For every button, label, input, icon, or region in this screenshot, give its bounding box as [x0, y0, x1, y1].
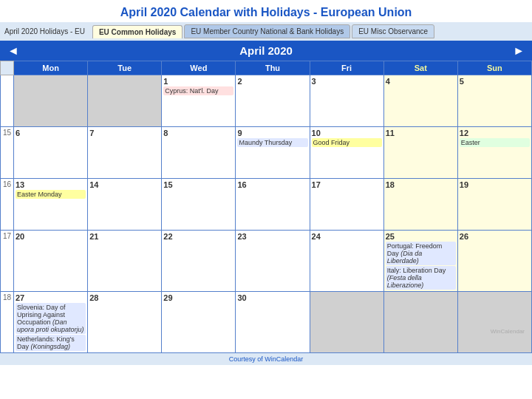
day-number: 11: [386, 129, 456, 137]
day-number: 24: [312, 232, 382, 241]
calendar-wrapper: Mon Tue Wed Thu Fri Sat Sun 1Cyprus: Nat…: [0, 61, 532, 353]
calendar-cell: 15: [162, 179, 236, 231]
day-number: 23: [237, 232, 307, 241]
calendar-cell: 29: [162, 292, 236, 353]
week-num-4: 18: [1, 292, 14, 353]
calendar-table: Mon Tue Wed Thu Fri Sat Sun 1Cyprus: Nat…: [0, 61, 532, 353]
calendar-cell: 14: [88, 179, 162, 231]
holiday-label: Maundy Thursday: [237, 138, 307, 147]
day-number: 9: [237, 129, 307, 137]
day-number: 21: [89, 232, 160, 241]
day-number: 17: [312, 180, 382, 189]
day-number: 8: [163, 129, 233, 137]
header-sat: Sat: [383, 61, 457, 75]
day-number: 16: [237, 180, 307, 189]
calendar-cell: 12Easter: [457, 127, 531, 179]
header-tue: Tue: [88, 61, 162, 75]
header-sun: Sun: [457, 61, 531, 75]
calendar-cell: 8: [162, 127, 236, 179]
calendar-cell: 25Portugal: Freedom Day (Dia da Liberdad…: [383, 231, 457, 292]
calendar-cell: 3: [310, 75, 383, 127]
day-number: 14: [89, 180, 160, 189]
calendar-cell: 19: [457, 179, 531, 231]
calendar-cell: 11: [383, 127, 457, 179]
calendar-cell: 17: [310, 179, 383, 231]
calendar-cell: 10Good Friday: [310, 127, 383, 179]
day-number: 10: [312, 129, 382, 137]
tab-eu-common[interactable]: EU Common Holidays: [92, 25, 183, 38]
footer-bar: Courtesy of WinCalendar: [0, 353, 532, 365]
day-number: 27: [16, 293, 86, 302]
page-title: April 2020 Calendar with Holidays - Euro…: [0, 0, 532, 22]
calendar-cell: 24: [310, 231, 383, 292]
week-num-1: 15: [1, 127, 14, 179]
tab-eu-national[interactable]: EU Member Country National & Bank Holida…: [184, 24, 350, 38]
tab-eu-misc[interactable]: EU Misc Observance: [352, 24, 434, 38]
day-number: 7: [89, 129, 160, 137]
holiday-label: Cyprus: Nat'l. Day: [163, 86, 233, 95]
holiday-label: Easter: [460, 138, 530, 147]
tabs-label: April 2020 Holidays - EU: [4, 27, 85, 35]
calendar-cell: [88, 75, 162, 127]
holiday-label: Good Friday: [312, 138, 382, 147]
day-number: 30: [237, 293, 307, 302]
day-number: 3: [312, 77, 382, 86]
day-number: 26: [460, 232, 530, 241]
holiday-label: Netherlands: King's Day (Koningsdag): [16, 335, 86, 351]
header-thu: Thu: [236, 61, 310, 75]
calendar-cell: 16: [236, 179, 310, 231]
header-fri: Fri: [310, 61, 383, 75]
calendar-cell: 6: [14, 127, 88, 179]
calendar-cell: [383, 292, 457, 353]
calendar-cell: 9Maundy Thursday: [236, 127, 310, 179]
day-number: 22: [163, 232, 233, 241]
day-number: 5: [460, 77, 530, 86]
day-number: 4: [386, 77, 456, 86]
next-month-button[interactable]: ►: [513, 44, 525, 58]
calendar-cell: 5: [457, 75, 531, 127]
day-number: 15: [163, 180, 233, 189]
calendar-cell: 2: [236, 75, 310, 127]
calendar-cell: [457, 292, 531, 353]
prev-month-button[interactable]: ◄: [7, 44, 19, 58]
calendar-cell: 20: [14, 231, 88, 292]
calendar-cell: [310, 292, 383, 353]
header-mon: Mon: [14, 61, 88, 75]
day-number: 18: [386, 180, 456, 189]
calendar-cell: 27Slovenia: Day of Uprising Against Occu…: [14, 292, 88, 353]
day-number: 1: [163, 77, 233, 86]
nav-title: April 2020: [239, 44, 293, 57]
day-number: 20: [16, 232, 86, 241]
day-number: 13: [16, 180, 86, 189]
day-number: 6: [16, 129, 86, 137]
day-number: 25: [386, 232, 456, 241]
calendar-cell: 4: [383, 75, 457, 127]
calendar-cell: 23: [236, 231, 310, 292]
calendar-cell: 28: [88, 292, 162, 353]
calendar-cell: 30: [236, 292, 310, 353]
day-number: 29: [163, 293, 233, 302]
wincalendar-logo: WinCalendar: [491, 328, 525, 335]
day-number: 19: [460, 180, 530, 189]
calendar-cell: 26: [457, 231, 531, 292]
calendar-cell: 18: [383, 179, 457, 231]
day-number: 28: [89, 293, 160, 302]
week-num-0: [1, 75, 14, 127]
calendar-cell: 13Easter Monday: [14, 179, 88, 231]
calendar-cell: 1Cyprus: Nat'l. Day: [162, 75, 236, 127]
day-number: 12: [460, 129, 530, 137]
calendar-cell: 22: [162, 231, 236, 292]
nav-bar: ◄ April 2020 ►: [0, 41, 532, 61]
holiday-label: Easter Monday: [16, 190, 86, 199]
header-wed: Wed: [162, 61, 236, 75]
holiday-label: Slovenia: Day of Uprising Against Occupa…: [16, 303, 86, 334]
day-number: 2: [237, 77, 307, 86]
week-num-header: [1, 61, 14, 75]
holiday-label: Portugal: Freedom Day (Dia da Liberdade): [386, 242, 456, 265]
calendar-cell: [14, 75, 88, 127]
calendar-cell: 7: [88, 127, 162, 179]
week-num-3: 17: [1, 231, 14, 292]
holiday-label: Italy: Liberation Day (Festa della Liber…: [386, 266, 456, 290]
tabs-bar: April 2020 Holidays - EU EU Common Holid…: [0, 22, 532, 41]
calendar-cell: 21: [88, 231, 162, 292]
